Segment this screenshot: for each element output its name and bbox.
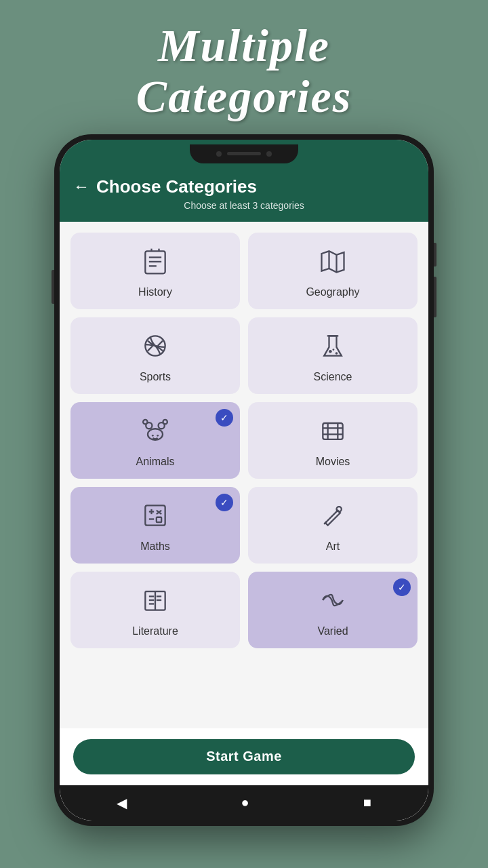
notch-area	[60, 140, 428, 168]
nav-square-icon[interactable]: ■	[363, 795, 371, 810]
svg-point-32	[337, 507, 342, 511]
svg-point-18	[152, 435, 154, 437]
animals-icon	[140, 416, 170, 450]
category-card-science[interactable]: Science	[248, 317, 418, 394]
varied-label: Varied	[317, 625, 348, 637]
app-header: ← Choose Categories Choose at least 3 ca…	[60, 168, 428, 222]
hero-title: Multiple Categories	[136, 20, 352, 122]
bottom-area: Start Game	[60, 728, 428, 785]
back-button[interactable]: ←	[73, 177, 89, 196]
svg-rect-20	[323, 423, 342, 439]
varied-icon	[318, 585, 348, 620]
categories-grid: History Geography	[70, 233, 418, 648]
animals-label: Animals	[136, 456, 175, 468]
svg-rect-25	[145, 505, 165, 525]
art-icon	[318, 500, 348, 535]
maths-label: Maths	[140, 540, 170, 553]
sports-label: Sports	[140, 371, 171, 383]
category-card-literature[interactable]: Literature	[70, 572, 240, 648]
category-card-maths[interactable]: ✓ Maths	[70, 487, 240, 564]
history-icon	[140, 246, 170, 281]
screen-subtitle: Choose at least 3 categories	[184, 200, 304, 211]
nav-back-icon[interactable]: ◀	[117, 795, 127, 811]
art-label: Art	[326, 540, 340, 553]
nav-home-icon[interactable]: ●	[241, 795, 249, 810]
category-card-movies[interactable]: Movies	[248, 402, 418, 479]
phone-wrapper: ← Choose Categories Choose at least 3 ca…	[54, 134, 434, 826]
svg-rect-31	[157, 517, 161, 521]
science-icon	[318, 331, 348, 366]
category-card-art[interactable]: Art	[248, 487, 418, 564]
movies-icon	[318, 416, 348, 450]
svg-point-12	[333, 349, 335, 351]
start-game-button[interactable]: Start Game	[73, 739, 415, 774]
literature-icon	[140, 585, 170, 620]
screen-title: Choose Categories	[96, 176, 415, 197]
category-card-varied[interactable]: ✓ Varied	[248, 572, 418, 648]
maths-icon	[140, 500, 170, 535]
history-label: History	[138, 286, 172, 298]
content-area: History Geography	[60, 222, 428, 728]
category-card-geography[interactable]: Geography	[248, 233, 418, 309]
svg-point-17	[163, 420, 167, 424]
science-label: Science	[314, 371, 352, 383]
category-card-sports[interactable]: Sports	[70, 317, 240, 394]
nav-bar: ◀ ● ■	[60, 785, 428, 821]
svg-point-19	[157, 435, 159, 437]
varied-check: ✓	[393, 578, 411, 596]
movies-label: Movies	[316, 456, 350, 468]
category-card-history[interactable]: History	[70, 233, 240, 309]
category-card-animals[interactable]: ✓ Animals	[70, 402, 240, 479]
sports-icon	[140, 331, 170, 366]
svg-point-16	[143, 420, 147, 424]
maths-check: ✓	[216, 494, 233, 511]
literature-label: Literature	[132, 625, 178, 637]
geography-icon	[318, 246, 348, 281]
svg-point-10	[329, 350, 332, 353]
svg-point-11	[336, 352, 338, 355]
animals-check: ✓	[216, 409, 233, 427]
phone-screen: ← Choose Categories Choose at least 3 ca…	[60, 140, 428, 821]
geography-label: Geography	[306, 286, 359, 298]
